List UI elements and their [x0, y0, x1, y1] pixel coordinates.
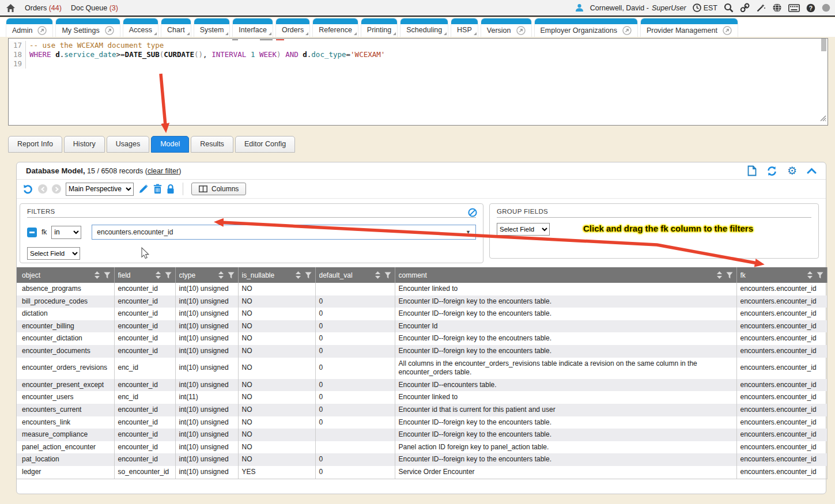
table-row[interactable]: absence_programsencounter_idint(10) unsi…	[17, 283, 827, 295]
popout-icon[interactable]	[37, 26, 47, 35]
sort-icon[interactable]	[95, 271, 100, 279]
columns-button[interactable]: Columns	[191, 183, 246, 195]
clear-filter-link[interactable]: clear filter	[148, 167, 179, 175]
sort-icon[interactable]	[296, 271, 301, 279]
table-row[interactable]: encounter_orders_revisionsenc_idint(10) …	[17, 358, 827, 379]
nav-tab-printing[interactable]: Printing	[361, 18, 398, 37]
subtab-report-info[interactable]: Report Info	[8, 136, 62, 153]
pencil-icon[interactable]	[138, 184, 149, 194]
table-row[interactable]: encounters_linkencounter_idint(10) unsig…	[17, 416, 827, 429]
column-header-field[interactable]: field	[114, 267, 175, 283]
filter-operator-select[interactable]: in	[51, 226, 81, 239]
nav-tab-version[interactable]: Version	[481, 18, 532, 38]
trash-icon[interactable]	[153, 184, 162, 194]
code-line[interactable]: 19	[9, 59, 828, 69]
filter-funnel-icon[interactable]	[104, 272, 111, 279]
nav-tab-interface[interactable]: Interface	[232, 18, 273, 37]
table-row[interactable]: encounter_dictationencounter_idint(10) u…	[17, 332, 827, 345]
user-name[interactable]: Cornewell, David - SuperUser	[590, 4, 686, 12]
keyboard-icon[interactable]	[788, 4, 800, 12]
table-row[interactable]: ledgerso_encounter_idint(10) unsignedYES…	[17, 466, 827, 479]
forward-icon[interactable]	[52, 184, 61, 194]
table-row[interactable]: bill_procedure_codesencounter_idint(10) …	[17, 295, 827, 308]
filter-funnel-icon[interactable]	[305, 272, 312, 279]
editor-resize-handle[interactable]	[819, 113, 826, 124]
table-row[interactable]: dictationencounter_idint(10) unsignedNO0…	[17, 308, 827, 320]
nav-tab-orders[interactable]: Orders	[275, 18, 310, 37]
gear-icon[interactable]: ⚙	[787, 165, 797, 176]
nav-tab-provider-management[interactable]: Provider Management	[640, 18, 738, 38]
filter-funnel-icon[interactable]	[165, 272, 172, 279]
code-line[interactable]: 17-- use the WCEXAM document type	[9, 41, 828, 50]
search-icon[interactable]	[724, 3, 734, 13]
combobox-dropdown-icon[interactable]: ▼	[466, 229, 471, 235]
filter-funnel-icon[interactable]	[817, 272, 823, 279]
nav-tab-accent	[233, 18, 273, 24]
filter-funnel-icon[interactable]	[384, 272, 391, 279]
sort-icon[interactable]	[218, 271, 224, 279]
subtab-results[interactable]: Results	[191, 136, 233, 153]
topbar-tab-orders[interactable]: Orders (44)	[25, 4, 62, 12]
clear-filters-icon[interactable]	[468, 208, 477, 219]
perspective-select[interactable]: Main Perspective	[66, 183, 134, 196]
undo-icon[interactable]	[22, 184, 33, 194]
nav-tab-reference[interactable]: Reference	[312, 18, 358, 37]
popout-icon[interactable]	[622, 26, 632, 35]
sort-icon[interactable]	[156, 271, 161, 279]
table-row[interactable]: pat_locationencounter_idint(10) unsigned…	[17, 453, 827, 466]
sort-icon[interactable]	[717, 271, 722, 279]
refresh-icon[interactable]	[766, 166, 777, 176]
nav-tab-scheduling[interactable]: Scheduling	[400, 18, 448, 37]
remove-filter-button[interactable]	[27, 228, 37, 237]
subtab-editor-config[interactable]: Editor Config	[235, 136, 295, 153]
link-icon[interactable]	[740, 3, 750, 13]
filter-value-combobox[interactable]: encounters.encounter_id ▼	[92, 225, 476, 240]
table-row[interactable]: panel_action_encounterencounter_idint(10…	[17, 441, 827, 454]
sort-icon[interactable]	[375, 271, 380, 279]
lock-icon[interactable]	[167, 184, 175, 194]
column-header-object[interactable]: object	[17, 267, 114, 283]
sort-icon[interactable]	[807, 271, 813, 279]
column-header-default_val[interactable]: default_val	[315, 267, 395, 283]
table-row[interactable]: measure_complianceencounter_idint(10) un…	[17, 429, 827, 441]
nav-tab-hsp[interactable]: HSP	[451, 18, 478, 37]
column-header-ctype[interactable]: ctype	[175, 267, 238, 283]
code-line[interactable]: 18WHERE d.service_date>=DATE_SUB(CURDATE…	[9, 50, 828, 59]
table-row[interactable]: encounters_currentencounter_idint(10) un…	[17, 404, 827, 416]
globe-icon[interactable]	[772, 3, 782, 13]
nav-tab-access[interactable]: Access	[123, 18, 158, 37]
add-filter-field-select[interactable]: Select Field	[27, 247, 80, 260]
column-header-fk[interactable]: fk	[736, 267, 827, 283]
column-header-is_nullable[interactable]: is_nullable	[238, 267, 315, 283]
subtab-usages[interactable]: Usages	[107, 136, 149, 153]
table-row[interactable]: encounter_billingencounter_idint(10) uns…	[17, 320, 827, 333]
nav-tab-accent	[56, 18, 119, 24]
new-document-icon[interactable]	[747, 165, 757, 176]
subtab-history[interactable]: History	[64, 136, 105, 153]
group-field-select[interactable]: Select Field	[497, 223, 550, 236]
table-row[interactable]: encounter_usersenc_idint(11)NO0Encounter…	[17, 391, 827, 404]
nav-tab-my-settings[interactable]: My Settings	[55, 18, 120, 38]
table-row[interactable]: encounter_documentsencounter_idint(10) u…	[17, 345, 827, 358]
topbar-tab-doc-queue[interactable]: Doc Queue (3)	[71, 4, 118, 12]
chevron-up-icon[interactable]	[807, 168, 817, 174]
popout-icon[interactable]	[516, 26, 526, 35]
nav-tab-admin[interactable]: Admin	[6, 18, 53, 38]
timezone-indicator[interactable]: EST	[693, 3, 717, 12]
filter-funnel-icon[interactable]	[726, 272, 733, 279]
help-icon[interactable]: ?	[806, 3, 815, 13]
popout-icon[interactable]	[105, 26, 114, 35]
column-header-comment[interactable]: comment	[395, 267, 736, 283]
nav-tab-system[interactable]: System	[194, 18, 231, 37]
sql-editor[interactable]: 17-- use the WCEXAM document type18WHERE…	[8, 38, 828, 126]
subtab-model[interactable]: Model	[151, 136, 189, 153]
back-icon[interactable]	[38, 184, 47, 194]
home-icon[interactable]	[6, 3, 16, 13]
wand-icon[interactable]	[756, 3, 766, 13]
popout-icon[interactable]	[723, 26, 732, 35]
table-row[interactable]: encounter_present_exceptencounter_idint(…	[17, 379, 827, 392]
nav-tab-employer-organizations[interactable]: Employer Organizations	[534, 18, 638, 38]
filter-funnel-icon[interactable]	[228, 272, 235, 279]
editor-scrollbar-thumb[interactable]	[821, 39, 826, 51]
nav-tab-chart[interactable]: Chart	[161, 18, 191, 37]
